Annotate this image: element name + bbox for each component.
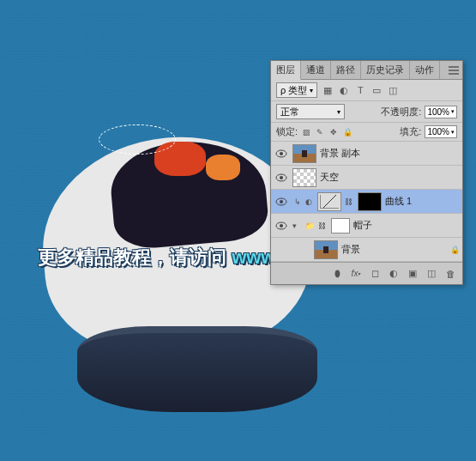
layer-filter-row: ρ 类型 ▾ ▦ ◐ T ▭ ◫	[271, 80, 462, 101]
layer-name[interactable]: 帽子	[353, 219, 460, 232]
trash-icon[interactable]: 🗑	[443, 267, 457, 281]
layer-row[interactable]: ▾ 📁 ⛓ 帽子	[271, 214, 462, 238]
transparency-lock-icon[interactable]: ▨	[301, 127, 311, 137]
layer-row[interactable]: ↳ ◐ ⛓ 曲线 1	[271, 190, 462, 214]
adjustment-icon[interactable]: ◐	[304, 197, 314, 207]
svg-point-3	[280, 176, 283, 179]
watermark-text: 更多精品教程，请访问	[38, 246, 232, 268]
layer-thumbnail[interactable]	[292, 168, 316, 187]
brush-lock-icon[interactable]: ✎	[315, 127, 325, 137]
marquee-selection[interactable]	[99, 124, 176, 155]
lock-icon: 🔒	[449, 245, 460, 255]
opacity-input[interactable]: 100% ▾	[425, 106, 457, 118]
layers-panel: 图层 通道 路径 历史记录 动作 ρ 类型 ▾ ▦ ◐ T ▭ ◫	[270, 60, 463, 285]
tab-layers[interactable]: 图层	[271, 61, 301, 80]
visibility-eye-icon[interactable]	[274, 146, 289, 161]
layer-name[interactable]: 背景	[341, 243, 446, 256]
fill-label: 填充:	[400, 125, 421, 138]
svg-point-5	[280, 200, 283, 203]
kind-dropdown[interactable]: ρ 类型 ▾	[276, 82, 317, 98]
folder-icon: 📁	[304, 221, 315, 231]
mask-thumbnail[interactable]	[331, 218, 350, 234]
svg-point-1	[280, 152, 283, 155]
tab-actions[interactable]: 动作	[410, 61, 440, 79]
blend-row: 正常 ▾ 不透明度: 100% ▾	[271, 101, 462, 123]
opacity-label: 不透明度:	[381, 106, 421, 118]
visibility-eye-icon[interactable]	[295, 242, 310, 258]
clip-down-icon[interactable]: ↳	[292, 197, 303, 207]
clip-icons: ↳ ◐	[292, 197, 314, 207]
new-group-icon[interactable]: ▣	[406, 267, 419, 281]
layer-thumbnail[interactable]	[314, 240, 338, 259]
image-filter-icon[interactable]: ▦	[321, 83, 334, 97]
all-lock-icon[interactable]: 🔒	[342, 127, 352, 137]
panel-tabs: 图层 通道 路径 历史记录 动作	[271, 61, 462, 80]
blend-mode-dropdown[interactable]: 正常 ▾	[276, 104, 345, 119]
adjustment-filter-icon[interactable]: ◐	[337, 83, 351, 97]
layer-name[interactable]: 曲线 1	[385, 195, 460, 208]
layer-row[interactable]: 背景 🔒	[271, 238, 462, 262]
shape-filter-icon[interactable]: ▭	[370, 83, 383, 97]
layer-row[interactable]: 背景 副本	[271, 142, 462, 166]
mask-thumbnail[interactable]	[358, 192, 382, 211]
tab-channels[interactable]: 通道	[301, 61, 331, 79]
visibility-eye-icon[interactable]	[274, 194, 289, 209]
group-disclosure-icon[interactable]: ▾	[292, 221, 301, 230]
lock-label: 锁定:	[276, 125, 298, 138]
panel-footer: ⬮ fx▾ ◻ ◐ ▣ ◫ 🗑	[271, 262, 462, 284]
new-layer-icon[interactable]: ◫	[425, 267, 438, 281]
visibility-eye-icon[interactable]	[274, 170, 289, 185]
type-filter-icon[interactable]: T	[353, 83, 367, 97]
canvas-background[interactable]: 更多精品教程，请访问 www.240PS.com 图层 通道 路径 历史记录 动…	[0, 0, 476, 461]
layer-list: 背景 副本 天空 ↳ ◐ ⛓ 曲线 1 ▾ �	[271, 142, 462, 262]
adjustment-thumbnail[interactable]	[317, 192, 341, 211]
new-adjustment-icon[interactable]: ◐	[387, 267, 401, 281]
fx-icon[interactable]: fx▾	[349, 267, 363, 281]
layer-name[interactable]: 天空	[320, 171, 460, 184]
layer-name[interactable]: 背景 副本	[320, 147, 460, 160]
move-lock-icon[interactable]: ✥	[328, 127, 339, 137]
add-mask-icon[interactable]: ◻	[368, 267, 382, 281]
fill-input[interactable]: 100% ▾	[425, 125, 457, 138]
layer-thumbnail[interactable]	[292, 144, 316, 163]
layer-row[interactable]: 天空	[271, 166, 462, 190]
visibility-eye-icon[interactable]	[274, 218, 289, 234]
svg-point-7	[280, 224, 283, 227]
mask-link-icon[interactable]: ⛓	[345, 197, 354, 206]
lock-row: 锁定: ▨ ✎ ✥ 🔒 填充: 100% ▾	[271, 123, 462, 142]
mask-link-icon[interactable]: ⛓	[318, 221, 328, 230]
link-layers-icon[interactable]: ⬮	[330, 267, 344, 281]
smart-filter-icon[interactable]: ◫	[386, 83, 400, 97]
filter-icons: ▦ ◐ T ▭ ◫	[321, 83, 400, 97]
tab-paths[interactable]: 路径	[331, 61, 361, 79]
tab-history[interactable]: 历史记录	[361, 61, 410, 79]
panel-menu-icon[interactable]	[445, 61, 462, 79]
